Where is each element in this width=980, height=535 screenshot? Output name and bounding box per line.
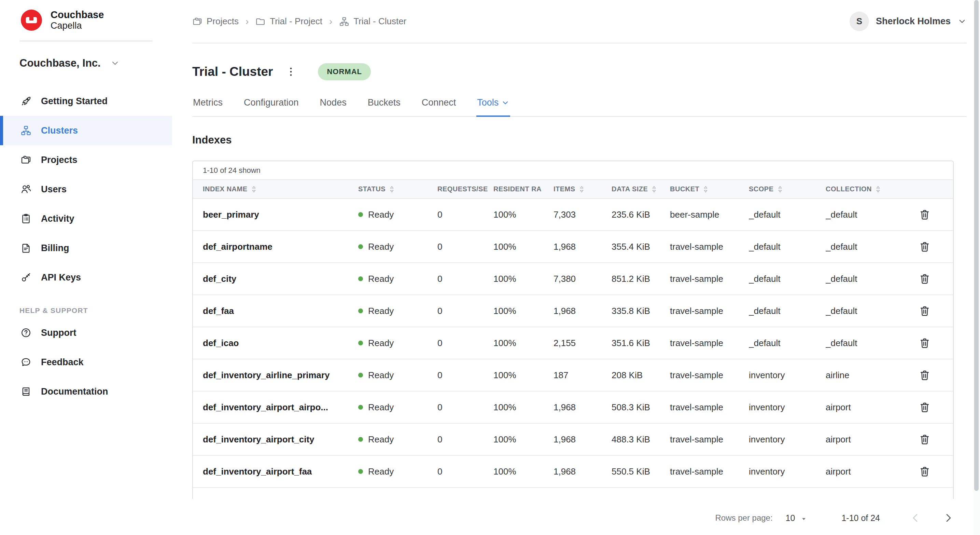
pagination-range: 1-10 of 24 (842, 513, 880, 523)
sidebar-item-feedback[interactable]: Feedback (0, 347, 172, 377)
tab-buckets[interactable]: Buckets (367, 95, 401, 117)
scope-cell: inventory (749, 467, 826, 477)
page-title: Trial - Cluster (192, 65, 273, 79)
items-cell: 1,968 (554, 498, 612, 499)
actions-cell (911, 433, 953, 446)
requests-cell: 0 (438, 209, 493, 220)
column-header-label: RESIDENT RA (493, 185, 542, 193)
column-header-status[interactable]: STATUS (358, 185, 438, 193)
column-header-name[interactable]: INDEX NAME (203, 185, 358, 193)
resident-cell: 100% (493, 498, 554, 499)
sort-icon (703, 186, 708, 193)
actions-cell (911, 465, 953, 478)
delete-index-button[interactable] (918, 465, 931, 478)
scope-cell: inventory (749, 434, 826, 445)
tab-label: Connect (422, 97, 456, 108)
delete-index-button[interactable] (918, 337, 931, 349)
delete-index-button[interactable] (918, 209, 931, 221)
sidebar-item-clusters[interactable]: Clusters (0, 116, 172, 145)
table-row: def_faaReady0100%1,968335.8 KiBtravel-sa… (193, 295, 953, 327)
delete-index-button[interactable] (918, 433, 931, 446)
brand-text: Couchbase Capella (51, 9, 104, 31)
status-dot-icon (358, 309, 363, 313)
breadcrumb-item-projects[interactable]: Projects (192, 16, 239, 27)
caret-down-icon (800, 514, 807, 521)
sidebar: Couchbase Capella Couchbase, Inc. Gettin… (0, 0, 172, 535)
column-header-collection[interactable]: COLLECTION (826, 185, 911, 193)
tab-connect[interactable]: Connect (421, 95, 457, 117)
collection-cell: _default (826, 338, 911, 349)
resident-cell: 100% (493, 209, 554, 220)
scope-cell: _default (749, 338, 826, 349)
breadcrumb-item-trial-project[interactable]: Trial - Project (255, 16, 322, 27)
scope-cell: _default (749, 242, 826, 252)
delete-index-button[interactable] (918, 369, 931, 381)
scope-cell: _default (749, 209, 826, 220)
actions-cell (911, 240, 953, 253)
sort-icon (390, 186, 394, 193)
tab-configuration[interactable]: Configuration (243, 95, 299, 117)
user-menu[interactable]: S Sherlock Holmes (850, 12, 967, 31)
rocket-icon (21, 96, 32, 107)
sidebar-item-activity[interactable]: Activity (0, 204, 172, 233)
index-name-cell: def_inventory_airline_primary (203, 370, 358, 381)
tab-tools[interactable]: Tools (476, 95, 510, 117)
status-cell: Ready (358, 338, 438, 349)
sidebar-item-documentation[interactable]: Documentation (0, 377, 172, 406)
page-scrollbar-thumb[interactable] (974, 0, 978, 491)
sidebar-item-users[interactable]: Users (0, 175, 172, 204)
status-badge: NORMAL (318, 63, 371, 80)
requests-cell: 0 (438, 370, 493, 381)
rows-per-page-value: 10 (786, 513, 795, 523)
cluster-icon (339, 16, 349, 27)
resident-cell: 100% (493, 274, 554, 284)
items-cell: 2,155 (554, 338, 612, 349)
tab-nodes[interactable]: Nodes (319, 95, 347, 117)
requests-cell: 0 (438, 306, 493, 316)
bucket-cell: travel-sample (670, 498, 749, 499)
delete-index-button[interactable] (918, 401, 931, 413)
delete-index-button[interactable] (918, 305, 931, 317)
sidebar-item-projects[interactable]: Projects (0, 145, 172, 175)
actions-cell (911, 209, 953, 221)
table-row: beer_primaryReady0100%7,303235.6 KiBbeer… (193, 199, 953, 231)
delete-index-button[interactable] (918, 497, 931, 499)
actions-cell (911, 337, 953, 349)
table-header-row: INDEX NAMESTATUSREQUESTS/SERESIDENT RAIT… (193, 180, 953, 199)
status-cell: Ready (358, 402, 438, 413)
requests-cell: 0 (438, 402, 493, 413)
rows-per-page-select[interactable]: 10 (786, 513, 808, 523)
scope-cell: _default (749, 306, 826, 316)
sidebar-item-support[interactable]: Support (0, 318, 172, 347)
actions-cell (911, 272, 953, 285)
rows-per-page-label: Rows per page: (715, 513, 773, 523)
column-header-items[interactable]: ITEMS (554, 185, 612, 193)
sidebar-help-nav: SupportFeedbackDocumentation (0, 318, 172, 406)
bucket-cell: travel-sample (670, 338, 749, 349)
org-selector[interactable]: Couchbase, Inc. (0, 41, 172, 69)
key-icon (21, 272, 32, 283)
resident-cell: 100% (493, 306, 554, 316)
column-header-scope[interactable]: SCOPE (749, 185, 826, 193)
cluster-actions-kebab-button[interactable] (285, 66, 297, 78)
status-dot-icon (358, 341, 363, 346)
next-page-button[interactable] (943, 513, 954, 523)
column-header-label: REQUESTS/SE (438, 185, 488, 193)
trash-icon (918, 313, 931, 318)
delete-index-button[interactable] (918, 272, 931, 285)
items-cell: 7,380 (554, 274, 612, 284)
scope-cell: inventory (749, 498, 826, 499)
column-header-data_size[interactable]: DATA SIZE (612, 185, 670, 193)
sidebar-item-getting-started[interactable]: Getting Started (0, 86, 172, 116)
book-icon (21, 386, 32, 397)
previous-page-button[interactable] (910, 513, 921, 523)
status-dot-icon (358, 437, 363, 442)
sidebar-item-billing[interactable]: Billing (0, 233, 172, 263)
requests-cell: 0 (438, 434, 493, 445)
delete-index-button[interactable] (918, 240, 931, 253)
column-header-bucket[interactable]: BUCKET (670, 185, 749, 193)
data-size-cell: 488.3 KiB (612, 434, 670, 445)
tab-metrics[interactable]: Metrics (192, 95, 223, 117)
sidebar-item-api-keys[interactable]: API Keys (0, 263, 172, 292)
breadcrumb-item-trial-cluster[interactable]: Trial - Cluster (339, 16, 406, 27)
